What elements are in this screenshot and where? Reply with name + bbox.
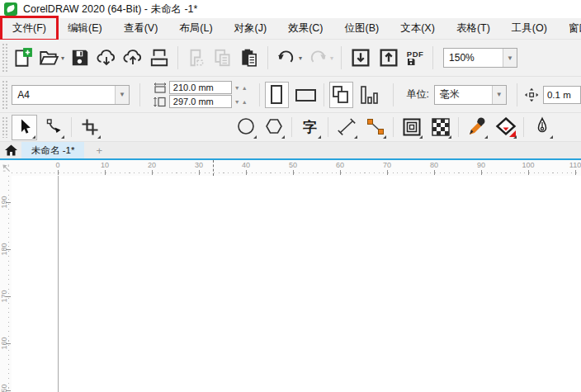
contour-tool[interactable] — [399, 115, 424, 140]
menu-file[interactable]: 文件(F) — [2, 17, 57, 40]
open-dropdown-arrow[interactable]: ▾ — [61, 54, 64, 62]
page-size-combo[interactable]: A4 ▼ — [12, 85, 130, 105]
pick-tool-icon — [15, 117, 35, 137]
polygon-tool[interactable] — [261, 115, 286, 140]
vertical-ruler[interactable]: 190 180 170 160 150 — [0, 176, 12, 392]
toolbar-grip[interactable] — [2, 80, 7, 109]
undo-button[interactable]: ▾ — [273, 45, 305, 70]
toolbar-separator — [393, 83, 394, 106]
new-document-button[interactable] — [9, 45, 35, 70]
menu-layout[interactable]: 布局(L) — [168, 17, 223, 40]
cursor-position-marker — [213, 160, 214, 176]
open-folder-icon — [38, 47, 59, 68]
page-left-edge — [58, 176, 59, 392]
new-tab-button[interactable]: + — [92, 142, 106, 158]
connector-tool[interactable] — [362, 115, 388, 140]
hruler-number: 10 — [94, 161, 116, 169]
units-value: 毫米 — [435, 86, 492, 104]
print-button[interactable] — [146, 45, 172, 70]
current-page-button[interactable] — [357, 82, 380, 108]
units-dropdown-arrow[interactable]: ▼ — [492, 86, 506, 104]
toolbar-separator — [393, 117, 394, 137]
page-width-input[interactable] — [169, 81, 232, 94]
ellipse-tool[interactable] — [233, 115, 258, 140]
page-dimensions: ▼▲ ▼▲ — [154, 81, 249, 108]
crop-tool[interactable] — [77, 115, 102, 140]
horizontal-ruler[interactable]: 0 10 20 30 40 50 60 70 80 90 100 110 — [12, 160, 581, 176]
hruler-number: 20 — [141, 161, 163, 169]
page-height-spinner[interactable]: ▼▲ — [234, 99, 249, 105]
vruler-major-tick — [6, 343, 11, 344]
page-width-spinner[interactable]: ▼▲ — [234, 85, 249, 91]
nudge-distance-input[interactable] — [543, 86, 581, 104]
toolbar-separator — [177, 46, 178, 69]
hruler-number: 0 — [47, 161, 68, 169]
copy-button — [210, 45, 236, 70]
document-tab-label: 未命名 -1* — [31, 144, 74, 157]
ruler-origin-icon — [2, 163, 11, 172]
page-size-dropdown-arrow[interactable]: ▼ — [115, 86, 129, 104]
hruler-major-tick — [293, 170, 294, 175]
cloud-upload-button[interactable] — [120, 45, 146, 70]
landscape-orientation-button[interactable] — [294, 82, 319, 108]
undo-dropdown-arrow[interactable]: ▾ — [299, 54, 302, 62]
dimension-tool-icon — [336, 116, 357, 138]
hruler-major-tick — [199, 170, 200, 175]
menu-effects[interactable]: 效果(C) — [277, 17, 333, 40]
text-tool-icon: 字 — [303, 120, 317, 135]
shape-tool[interactable] — [40, 115, 66, 140]
menu-object[interactable]: 对象(J) — [224, 17, 278, 40]
menu-edit[interactable]: 编辑(E) — [57, 17, 113, 40]
eyedropper-tool[interactable] — [464, 115, 489, 140]
drawing-canvas[interactable] — [12, 176, 581, 392]
menu-table[interactable]: 表格(T) — [446, 17, 501, 40]
menu-view[interactable]: 查看(V) — [113, 17, 169, 40]
toolbar-grip[interactable] — [2, 116, 8, 138]
menu-bitmaps[interactable]: 位图(B) — [334, 17, 390, 40]
units-combo[interactable]: 毫米 ▼ — [434, 85, 507, 105]
crop-tool-icon — [80, 117, 100, 137]
polygon-tool-icon — [263, 116, 285, 138]
welcome-home-button[interactable] — [0, 142, 21, 158]
export-button[interactable] — [375, 45, 403, 70]
zoom-level-combo[interactable]: 150% ▼ — [443, 48, 517, 68]
pattern-fill-tool[interactable] — [427, 115, 453, 140]
all-pages-button[interactable] — [329, 82, 353, 108]
hruler-number: 30 — [188, 161, 210, 169]
export-icon — [377, 46, 400, 69]
page-size-value: A4 — [12, 86, 115, 104]
ruler-origin-corner[interactable] — [0, 160, 12, 176]
new-document-icon — [12, 47, 33, 68]
menu-tools[interactable]: 工具(O) — [501, 17, 558, 40]
menu-window[interactable]: 窗口(W) — [558, 17, 581, 40]
menu-text[interactable]: 文本(X) — [390, 17, 446, 40]
document-tab-untitled[interactable]: 未命名 -1* — [21, 142, 84, 158]
save-button[interactable] — [67, 45, 93, 70]
hruler-number: 70 — [376, 161, 398, 169]
current-page-icon — [359, 84, 379, 106]
toolbar-separator — [139, 83, 140, 106]
redo-icon — [307, 47, 328, 68]
pick-tool[interactable] — [12, 115, 37, 140]
page-height-input[interactable] — [169, 95, 232, 108]
portrait-orientation-button[interactable] — [265, 82, 289, 108]
zoom-dropdown-arrow[interactable]: ▼ — [503, 49, 517, 67]
toolbox-bar: 字 — [0, 113, 581, 142]
publish-pdf-button[interactable]: PDF — [403, 45, 427, 70]
toolbar-separator — [432, 46, 433, 69]
hruler-major-tick — [340, 170, 341, 175]
zoom-level-value: 150% — [444, 49, 503, 67]
toolbar-grip[interactable] — [2, 43, 8, 73]
cloud-download-button[interactable] — [93, 45, 120, 70]
smart-fill-tool[interactable] — [493, 115, 518, 140]
open-button[interactable]: ▾ — [35, 45, 67, 70]
toolbar-separator — [328, 117, 328, 137]
text-tool[interactable]: 字 — [297, 115, 323, 140]
hruler-number: 100 — [517, 161, 539, 169]
cut-button — [183, 45, 210, 70]
dimension-tool[interactable] — [333, 115, 359, 140]
paste-button[interactable] — [236, 45, 262, 70]
pen-tool[interactable] — [529, 115, 555, 140]
menu-bar: 文件(F) 编辑(E) 查看(V) 布局(L) 对象(J) 效果(C) 位图(B… — [0, 18, 581, 40]
import-button[interactable] — [347, 45, 375, 70]
